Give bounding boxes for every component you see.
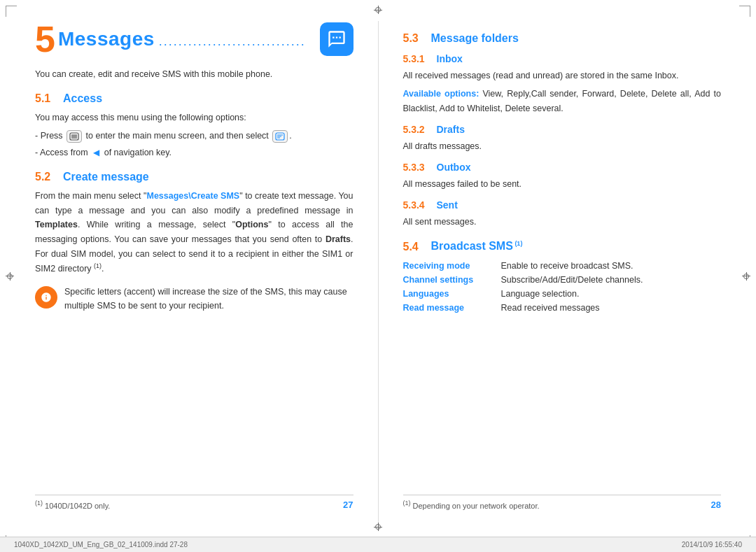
section-53-number: 5.3 (403, 32, 424, 45)
subsection-534-heading: 5.3.4 Sent (403, 199, 722, 211)
subsection-532-heading: 5.3.2 Drafts (403, 124, 722, 135)
access-bullet-2: - Access from ◀ of navigation key. (35, 146, 354, 160)
chapter-dots: .............................. (159, 30, 316, 49)
chapter-heading: 5 Messages .............................… (35, 21, 354, 57)
section-51-body: You may access this menu using the follo… (35, 111, 354, 125)
note-box: Specific letters (accent) will increase … (35, 285, 354, 313)
options-label: Options (235, 220, 268, 229)
drafts-body: All drafts messages. (403, 139, 722, 153)
bottom-bar-right: 2014/10/9 16:55:40 (682, 541, 742, 549)
message-menu-icon (272, 130, 288, 143)
bottom-bar: 1040XD_1042XD_UM_Eng_GB_02_141009.indd 2… (0, 537, 756, 552)
read-message-value: Read received messages (501, 301, 722, 315)
subsection-532-title: Drafts (437, 124, 465, 135)
page-divider (378, 21, 379, 531)
chapter-number: 5 (35, 21, 55, 57)
subsection-533-number: 5.3.3 (403, 162, 430, 173)
footnote-28: (1) Depending on your network operator. (403, 500, 540, 510)
available-options-label: Available options: (403, 89, 479, 99)
outbox-body: All messages failed to be sent. (403, 177, 722, 191)
corner-mark-tl (6, 6, 17, 17)
section-54-heading: 5.4 Broadcast SMS (1) (403, 240, 722, 253)
note-text: Specific letters (accent) will increase … (64, 285, 354, 313)
access-bullet-1: - Press to enter the main menu screen, a… (35, 129, 354, 143)
subsection-531-number: 5.3.1 (403, 53, 430, 64)
section-52-number: 5.2 (35, 171, 56, 183)
page-number-27: 27 (343, 500, 353, 510)
table-row: Channel settings Subscribe/Add/Edit/Dele… (403, 273, 722, 287)
subsection-533-heading: 5.3.3 Outbox (403, 162, 722, 173)
corner-mark-tr (739, 6, 750, 17)
chapter-title: Messages (58, 28, 155, 50)
create-sms-label: Messages\Create SMS (146, 191, 239, 201)
subsection-533-title: Outbox (437, 162, 471, 173)
page-28-footer: (1) Depending on your network operator. … (403, 495, 722, 510)
channel-settings-label: Channel settings (403, 273, 501, 287)
subsection-531-heading: 5.3.1 Inbox (403, 53, 722, 64)
page-27: 5 Messages .............................… (14, 21, 374, 531)
broadcast-table: Receiving mode Enable to receive broadca… (403, 259, 722, 315)
languages-label: Languages (403, 287, 501, 301)
section-51-number: 5.1 (35, 92, 56, 105)
crosshair-top (371, 3, 385, 17)
drafts-label: Drafts (326, 234, 351, 244)
svg-rect-2 (71, 136, 77, 136)
svg-rect-3 (71, 137, 77, 138)
table-row: Read message Read received messages (403, 301, 722, 315)
inbox-options: Available options: View, Reply,Call send… (403, 87, 722, 115)
section-52-heading: 5.2 Create message (35, 171, 354, 183)
section-54-number: 5.4 (403, 241, 424, 253)
section-54-footnote: (1) (513, 240, 523, 247)
svg-rect-1 (71, 134, 77, 135)
read-message-label: Read message (403, 301, 501, 315)
subsection-532-number: 5.3.2 (403, 124, 430, 135)
section-51-heading: 5.1 Access (35, 92, 354, 105)
messages-icon (320, 22, 354, 56)
footnote-ref-1: (1) (94, 262, 102, 269)
page-number-28: 28 (711, 500, 721, 510)
section-54-title: Broadcast SMS (1) (431, 240, 523, 253)
subsection-534-number: 5.3.4 (403, 199, 430, 211)
section-52-title: Create message (63, 171, 149, 183)
section-53-heading: 5.3 Message folders (403, 32, 722, 45)
page-27-footer: (1) 1040D/1042D only. 27 (35, 495, 354, 510)
languages-value: Language selection. (501, 287, 722, 301)
nav-arrow-icon: ◀ (90, 148, 102, 159)
bottom-bar-left: 1040XD_1042XD_UM_Eng_GB_02_141009.indd 2… (14, 541, 188, 549)
section-53-title: Message folders (431, 32, 519, 45)
inbox-body: All received messages (read and unread) … (403, 69, 722, 83)
footnote-27: (1) 1040D/1042D only. (35, 500, 110, 510)
table-row: Languages Language selection. (403, 287, 722, 301)
section-52-body: From the main menu select "Messages\Crea… (35, 189, 354, 276)
subsection-531-title: Inbox (437, 53, 463, 64)
receiving-mode-value: Enable to receive broadcast SMS. (501, 259, 722, 273)
receiving-mode-label: Receiving mode (403, 259, 501, 273)
subsection-534-title: Sent (437, 199, 458, 211)
channel-settings-value: Subscribe/Add/Edit/Delete channels. (501, 273, 722, 287)
section-51-title: Access (63, 92, 102, 105)
note-icon (35, 286, 57, 309)
menu-button-icon (66, 130, 82, 143)
sent-body: All sent messages. (403, 215, 722, 229)
table-row: Receiving mode Enable to receive broadca… (403, 259, 722, 273)
intro-text: You can create, edit and receive SMS wit… (35, 67, 354, 81)
page-28: 5.3 Message folders 5.3.1 Inbox All rece… (382, 21, 743, 531)
templates-label: Templates (35, 220, 78, 229)
